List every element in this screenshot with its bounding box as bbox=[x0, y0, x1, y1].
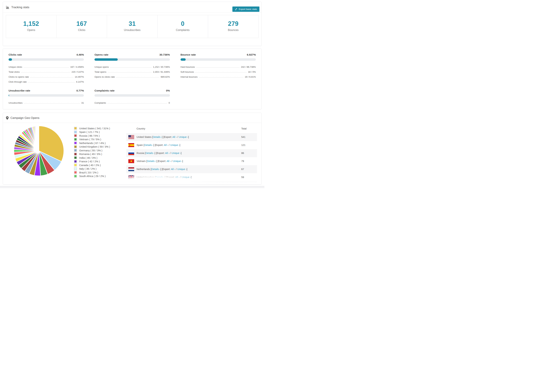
legend-swatch bbox=[74, 160, 77, 163]
dotted-leader bbox=[24, 67, 69, 68]
legend-swatch bbox=[74, 149, 77, 152]
export-unique-link[interactable]: Unique › bbox=[171, 152, 181, 154]
opens-rate-title: Opens rate bbox=[94, 53, 108, 56]
legend-label: Vietnam ( 79 / 5% ) bbox=[79, 138, 101, 141]
country-name: United States bbox=[137, 136, 151, 138]
legend-label: Italy ( 36 / 2% ) bbox=[79, 167, 97, 170]
legend-item[interactable]: Romania ( 49 / 3% ) bbox=[74, 152, 120, 156]
rate-row-label: Unique opens bbox=[94, 66, 109, 68]
export-label: Export: bbox=[159, 184, 167, 185]
rate-detail-row: Click through rate4.147% bbox=[8, 78, 84, 83]
export-label: Export: bbox=[164, 136, 172, 138]
export-unique-link[interactable]: Unique › bbox=[170, 144, 180, 147]
export-all-link[interactable]: All › bbox=[172, 136, 177, 138]
export-basic-stats-button[interactable]: Export basic stats bbox=[232, 7, 259, 12]
rate-row-label: Click through rate bbox=[8, 81, 27, 83]
export-label: Export: bbox=[158, 160, 166, 162]
details-link[interactable]: Details › bbox=[155, 176, 165, 179]
country-name: Vietnam bbox=[137, 160, 146, 162]
opens-rate-progress bbox=[94, 58, 170, 61]
dotted-leader bbox=[24, 103, 80, 104]
dotted-leader bbox=[199, 77, 243, 77]
rate-row-value: 242 / 86.738% bbox=[241, 66, 256, 68]
legend-swatch bbox=[74, 138, 77, 141]
export-unique-link[interactable]: Unique › bbox=[173, 160, 182, 162]
rate-detail-row: Unique opens1,152 / 30.736% bbox=[94, 63, 170, 68]
stat-opens: 1,152 Opens bbox=[6, 15, 56, 38]
nl-flag-icon bbox=[128, 167, 134, 171]
legend-item[interactable]: South Africa ( 29 / 2% ) bbox=[74, 174, 120, 178]
dotted-leader bbox=[116, 77, 159, 77]
details-link[interactable]: Details › bbox=[151, 168, 160, 170]
legend-swatch bbox=[74, 153, 77, 156]
legend-item[interactable]: Netherlands ( 67 / 4% ) bbox=[74, 141, 120, 145]
table-row-gb: United Kingdom [Details ›] [Export: All … bbox=[126, 173, 257, 181]
legend-item[interactable]: Italy ( 36 / 2% ) bbox=[74, 167, 120, 171]
country-name: Germany bbox=[137, 184, 147, 185]
es-flag-icon bbox=[128, 143, 134, 147]
opens-label: Opens bbox=[6, 28, 56, 32]
unsubscribes-label: Unsubscribes bbox=[107, 28, 157, 32]
rate-row-label: Clicks to opens rate bbox=[8, 76, 29, 78]
export-all-link[interactable]: All › bbox=[168, 184, 172, 185]
legend-item[interactable]: Germany ( 55 / 3% ) bbox=[74, 149, 120, 152]
rates-grid: Clicks rate 4.46% Unique clicks167 / 4.4… bbox=[8, 53, 256, 104]
unsubscribes-value: 31 bbox=[107, 20, 157, 27]
tracking-stats-card: Tracking stats Export basic stats 1,152 … bbox=[3, 2, 262, 46]
export-all-link[interactable]: All › bbox=[164, 144, 168, 147]
rate-row-value: 19 / 6.81% bbox=[245, 76, 256, 78]
unsubscribe-rate-value: 0.77% bbox=[76, 89, 84, 92]
page-bottom-band bbox=[0, 186, 264, 188]
country-total: 541 bbox=[241, 136, 257, 138]
legend-label: Russia ( 86 / 5% ) bbox=[79, 134, 99, 137]
clicks-rate-block: Clicks rate 4.46% Unique clicks167 / 4.4… bbox=[8, 53, 84, 83]
country-name: United Kingdom bbox=[137, 176, 154, 179]
export-unique-link[interactable]: Unique › bbox=[174, 184, 184, 185]
bar-chart-icon bbox=[6, 6, 9, 9]
tracking-stats-title: Tracking stats bbox=[11, 6, 29, 9]
export-unique-link[interactable]: Unique › bbox=[177, 168, 187, 170]
export-all-link[interactable]: All › bbox=[165, 152, 170, 154]
pie-slice[interactable] bbox=[39, 126, 39, 151]
clicks-label: Clicks bbox=[57, 28, 107, 32]
rate-row-label: Total clicks bbox=[8, 71, 20, 73]
complaints-label: Complaints bbox=[158, 28, 208, 32]
stat-bounces: 279 Bounces bbox=[208, 15, 258, 38]
rate-row-value: 167 / 4.456% bbox=[70, 66, 84, 68]
export-all-link[interactable]: All › bbox=[167, 160, 171, 162]
bounces-value: 279 bbox=[208, 20, 258, 27]
details-link[interactable]: Details › bbox=[144, 144, 153, 147]
legend-item[interactable]: India ( 46 / 3% ) bbox=[74, 156, 120, 160]
legend-item[interactable]: Spain ( 121 / 7% ) bbox=[74, 130, 120, 134]
unsubscribe-rate-progress bbox=[8, 94, 84, 97]
table-row-ru: Russia [Details ›] [Export: All › / Uniq… bbox=[126, 149, 257, 157]
country-name: Russia bbox=[137, 152, 144, 154]
stat-unsubscribes: 31 Unsubscribes bbox=[107, 15, 157, 38]
export-all-link[interactable]: All › bbox=[171, 168, 175, 170]
country-name: Netherlands bbox=[137, 168, 150, 170]
complaints-rate-progress bbox=[94, 94, 170, 97]
geo-pie-chart[interactable] bbox=[13, 125, 64, 176]
export-unique-link[interactable]: Unique › bbox=[182, 176, 191, 179]
dotted-leader bbox=[30, 77, 73, 77]
export-unique-link[interactable]: Unique › bbox=[179, 136, 188, 138]
legend-item[interactable]: Canada ( 40 / 2% ) bbox=[74, 163, 120, 167]
details-link[interactable]: Details › bbox=[153, 136, 162, 138]
legend-item[interactable]: Vietnam ( 79 / 5% ) bbox=[74, 138, 120, 141]
complaints-rate-title: Complaints rate bbox=[94, 89, 114, 92]
legend-item[interactable]: France ( 42 / 2% ) bbox=[74, 160, 120, 163]
export-all-link[interactable]: All › bbox=[175, 176, 179, 179]
legend-item[interactable]: Brazil ( 33 / 2% ) bbox=[74, 171, 120, 175]
table-row-es: Spain [Details ›] [Export: All › / Uniqu… bbox=[126, 141, 257, 149]
country-total: 67 bbox=[241, 168, 257, 170]
details-link[interactable]: Details › bbox=[148, 184, 157, 185]
details-link[interactable]: Details › bbox=[147, 160, 156, 162]
legend-item[interactable]: United Kingdom ( 59 / 3% ) bbox=[74, 145, 120, 149]
geo-opens-header: Campaign Geo Opens bbox=[3, 113, 261, 123]
legend-label: United Kingdom ( 59 / 3% ) bbox=[79, 145, 110, 148]
legend-item[interactable]: Russia ( 86 / 5% ) bbox=[74, 134, 120, 138]
details-link[interactable]: Details › bbox=[145, 152, 155, 154]
legend-label: Romania ( 49 / 3% ) bbox=[79, 153, 102, 155]
country-name: Spain bbox=[137, 144, 143, 147]
legend-item[interactable]: United States ( 541 / 31% ) bbox=[74, 126, 120, 130]
